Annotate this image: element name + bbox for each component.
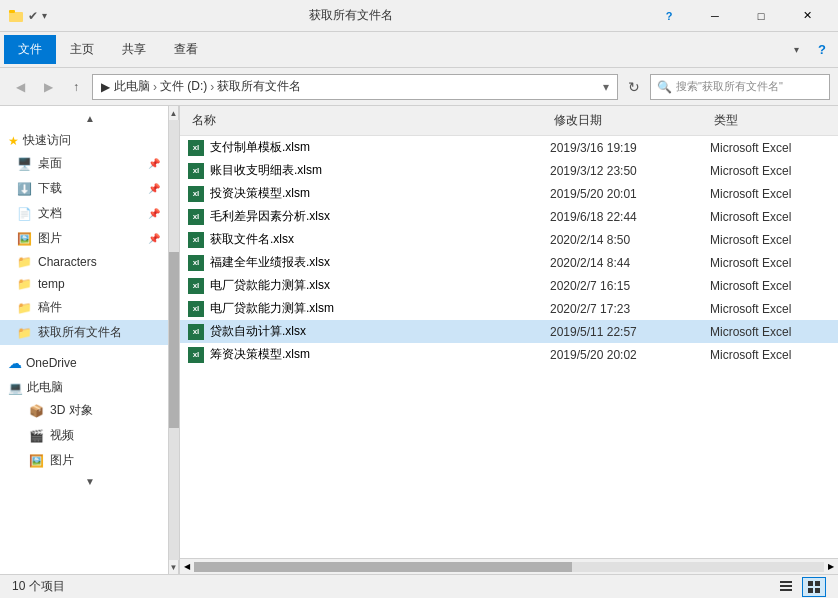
- breadcrumb-drive[interactable]: 文件 (D:): [160, 78, 207, 95]
- h-scroll-right[interactable]: ▶: [828, 562, 834, 571]
- sidebar-item-characters[interactable]: 📁 Characters: [0, 251, 168, 273]
- h-scroll-track[interactable]: [194, 562, 824, 572]
- table-row[interactable]: xl 福建全年业绩报表.xlsx 2020/2/14 8:44 Microsof…: [180, 251, 838, 274]
- sidebar-label-pictures: 图片: [38, 230, 62, 247]
- table-row[interactable]: xl 投资决策模型.xlsm 2019/5/20 20:01 Microsoft…: [180, 182, 838, 205]
- manuscripts-folder-icon: 📁: [16, 301, 32, 315]
- sidebar-item-get-filenames[interactable]: 📁 获取所有文件名: [0, 320, 168, 345]
- address-path[interactable]: ▶ 此电脑 › 文件 (D:) › 获取所有文件名 ▾: [92, 74, 618, 100]
- breadcrumb-icon: ▶: [101, 80, 110, 94]
- sidebar-item-manuscripts[interactable]: 📁 稿件: [0, 295, 168, 320]
- file-type-cell: Microsoft Excel: [710, 279, 830, 293]
- sidebar-item-pictures[interactable]: 🖼️ 图片 📌: [0, 226, 168, 251]
- h-scroll-left[interactable]: ◀: [184, 562, 190, 571]
- excel-icon: xl: [188, 255, 204, 271]
- breadcrumb-sep1: ›: [153, 80, 157, 94]
- view-controls: [774, 577, 826, 597]
- sidebar-label-downloads: 下载: [38, 180, 62, 197]
- table-row[interactable]: xl 毛利差异因素分析.xlsx 2019/6/18 22:44 Microso…: [180, 205, 838, 228]
- breadcrumb-pc[interactable]: 此电脑: [114, 78, 150, 95]
- 3d-icon: 📦: [28, 404, 44, 418]
- details-view-btn[interactable]: [774, 577, 798, 597]
- table-row[interactable]: xl 筹资决策模型.xlsm 2019/5/20 20:02 Microsoft…: [180, 343, 838, 366]
- this-pc-label: 此电脑: [27, 379, 63, 396]
- table-row[interactable]: xl 支付制单模板.xlsm 2019/3/16 19:19 Microsoft…: [180, 136, 838, 159]
- videos-icon: 🎬: [28, 429, 44, 443]
- sidebar-item-downloads[interactable]: ⬇️ 下载 📌: [0, 176, 168, 201]
- horizontal-scrollbar[interactable]: ◀ ▶: [180, 558, 838, 574]
- maximize-button[interactable]: □: [738, 0, 784, 32]
- sidebar-item-desktop[interactable]: 🖥️ 桌面 📌: [0, 151, 168, 176]
- sidebar-item-docs[interactable]: 📄 文档 📌: [0, 201, 168, 226]
- list-view-icon: [807, 580, 821, 594]
- file-type-cell: Microsoft Excel: [710, 210, 830, 224]
- col-header-type[interactable]: 类型: [710, 110, 830, 131]
- tab-home[interactable]: 主页: [56, 35, 108, 64]
- file-name-text: 投资决策模型.xlsm: [210, 185, 310, 202]
- table-row[interactable]: xl 贷款自动计算.xlsx 2019/5/11 22:57 Microsoft…: [180, 320, 838, 343]
- sidebar-item-temp[interactable]: 📁 temp: [0, 273, 168, 295]
- table-row[interactable]: xl 账目收支明细表.xlsm 2019/3/12 23:50 Microsof…: [180, 159, 838, 182]
- main-layout: ▲ ★ 快速访问 🖥️ 桌面 📌 ⬇️ 下载 📌: [0, 106, 838, 574]
- excel-icon: xl: [188, 301, 204, 317]
- excel-icon: xl: [188, 163, 204, 179]
- table-row[interactable]: xl 电厂贷款能力测算.xlsx 2020/2/7 16:15 Microsof…: [180, 274, 838, 297]
- col-header-date[interactable]: 修改日期: [550, 110, 710, 131]
- file-date-cell: 2020/2/14 8:44: [550, 256, 710, 270]
- close-button[interactable]: ✕: [784, 0, 830, 32]
- sidebar-scroll-up[interactable]: ▲: [0, 110, 169, 126]
- tab-file[interactable]: 文件: [4, 35, 56, 64]
- pin-icon-3: 📌: [148, 208, 160, 219]
- refresh-button[interactable]: ↻: [622, 75, 646, 99]
- file-name-cell: xl 电厂贷款能力测算.xlsm: [188, 300, 550, 317]
- file-name-cell: xl 贷款自动计算.xlsx: [188, 323, 550, 340]
- col-header-name[interactable]: 名称: [188, 110, 550, 131]
- excel-icon: xl: [188, 232, 204, 248]
- file-date-cell: 2019/5/11 22:57: [550, 325, 710, 339]
- sidebar-vertical-scrollbar[interactable]: ▲ ▼: [169, 106, 179, 574]
- v-scroll-track[interactable]: [169, 120, 179, 560]
- svg-rect-6: [815, 581, 820, 586]
- tab-view[interactable]: 查看: [160, 35, 212, 64]
- breadcrumb-folder[interactable]: 获取所有文件名: [217, 78, 301, 95]
- sidebar-item-3d[interactable]: 📦 3D 对象: [0, 398, 168, 423]
- minimize-button[interactable]: ─: [692, 0, 738, 32]
- scroll-down-arrow[interactable]: ▼: [169, 560, 179, 574]
- details-view-icon: [779, 580, 793, 594]
- svg-rect-0: [9, 12, 23, 22]
- forward-button[interactable]: ▶: [36, 75, 60, 99]
- onedrive-label: OneDrive: [26, 356, 77, 370]
- file-name-text: 筹资决策模型.xlsm: [210, 346, 310, 363]
- up-button[interactable]: ↑: [64, 75, 88, 99]
- scroll-up-arrow[interactable]: ▲: [169, 106, 179, 120]
- tab-share[interactable]: 共享: [108, 35, 160, 64]
- docs-icon: 📄: [16, 207, 32, 221]
- file-name-text: 毛利差异因素分析.xlsx: [210, 208, 330, 225]
- temp-folder-icon: 📁: [16, 277, 32, 291]
- down-arrow: ▾: [42, 10, 47, 21]
- table-row[interactable]: xl 获取文件名.xlsx 2020/2/14 8:50 Microsoft E…: [180, 228, 838, 251]
- svg-rect-7: [808, 588, 813, 593]
- help-icon[interactable]: ?: [810, 38, 834, 62]
- table-row[interactable]: xl 电厂贷款能力测算.xlsm 2020/2/7 17:23 Microsof…: [180, 297, 838, 320]
- sidebar-item-pics2[interactable]: 🖼️ 图片: [0, 448, 168, 473]
- file-date-cell: 2019/5/20 20:01: [550, 187, 710, 201]
- v-scroll-thumb: [169, 252, 179, 428]
- search-box[interactable]: 🔍 搜索"获取所有文件名": [650, 74, 830, 100]
- excel-icon: xl: [188, 347, 204, 363]
- sidebar-scroll-down[interactable]: ▼: [0, 473, 169, 489]
- sidebar-label-desktop: 桌面: [38, 155, 62, 172]
- sidebar-item-videos[interactable]: 🎬 视频: [0, 423, 168, 448]
- title-bar: ✔ ▾ 获取所有文件名 ? ─ □ ✕: [0, 0, 838, 32]
- file-name-cell: xl 投资决策模型.xlsm: [188, 185, 550, 202]
- help-button[interactable]: ?: [646, 0, 692, 32]
- sidebar-label-manuscripts: 稿件: [38, 299, 62, 316]
- breadcrumb-arrow: ▾: [603, 80, 609, 94]
- file-name-text: 电厂贷款能力测算.xlsm: [210, 300, 334, 317]
- list-view-btn[interactable]: [802, 577, 826, 597]
- quick-access-icon: ✔: [28, 9, 38, 23]
- ribbon-collapse-btn[interactable]: ▾: [784, 38, 808, 62]
- file-type-cell: Microsoft Excel: [710, 164, 830, 178]
- back-button[interactable]: ◀: [8, 75, 32, 99]
- column-headers: 名称 修改日期 类型: [180, 106, 838, 136]
